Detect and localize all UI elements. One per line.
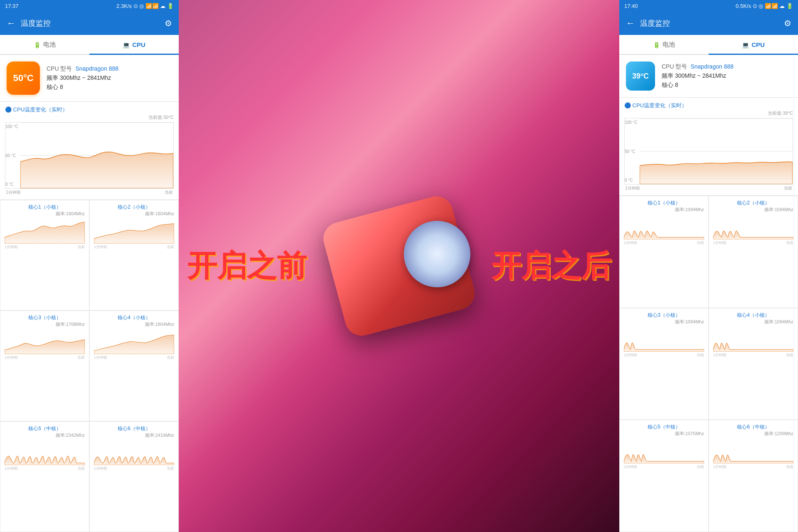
left-settings-button[interactable]: ⚙: [165, 18, 172, 28]
left-core-3: 核心3（小核） 频率:1708Mhz 1分钟前 当前: [0, 310, 89, 421]
right-core6-x-labels: 1分钟前 当前: [713, 464, 793, 470]
right-app-title: 温度监控: [640, 18, 670, 28]
left-chart-title-text: 🔵 CPU温度变化（实时）: [5, 106, 68, 113]
left-core-5: 核心5（中核） 频率:2342Mhz 1分钟前 当前: [0, 421, 89, 532]
device-body: [320, 192, 478, 339]
left-x-label-start: 1分钟前: [6, 190, 21, 195]
right-core6-freq: 频率:1209Mhz: [713, 431, 793, 437]
left-status-time: 17:37: [5, 3, 19, 9]
right-core2-chart: [713, 214, 793, 239]
left-core5-x-labels: 1分钟前 当前: [5, 466, 85, 471]
right-core3-x-labels: 1分钟前 当前: [624, 352, 704, 358]
left-y-label-100: 100 °C: [5, 124, 20, 129]
right-core4-title: 核心4（小核）: [713, 312, 793, 319]
middle-section: 开启之前 开启之后: [179, 0, 619, 532]
left-cpu-model-row: CPU 型号 Snapdragon 888: [47, 65, 118, 73]
right-y-label-50: 50 °C: [625, 149, 640, 154]
right-core3-title: 核心3（小核）: [624, 312, 704, 319]
right-core5-chart: [624, 438, 704, 463]
left-cpu-chart-section: 🔵 CPU温度变化（实时） 当前值:50°C 100 °C 50 °C 0 °C: [0, 102, 179, 200]
left-core2-title: 核心2（小核）: [94, 204, 174, 211]
right-cpu-info-card: 39°C CPU 型号 Snapdragon 888 频率 300Mhz ~ 2…: [619, 55, 798, 98]
left-chart-y-labels: 100 °C 50 °C 0 °C: [5, 123, 20, 188]
left-tab-battery[interactable]: 🔋 电池: [0, 36, 89, 55]
left-cpu-freq: 频率 300Mhz ~ 2841Mhz: [47, 74, 118, 82]
right-cpu-freq-label: 频率: [662, 72, 675, 79]
left-cpu-tab-icon: 💻: [123, 42, 130, 48]
left-phone-panel: 17:37 2.3K/s ⊙ ◎ 📶📶 ☁ 🔋 ← 温度监控 ⚙ 🔋 电池 💻 …: [0, 0, 179, 532]
right-x-label-start: 1分钟前: [625, 185, 640, 191]
left-core2-x-labels: 1分钟前 当前: [94, 244, 174, 250]
left-core-4: 核心4（小核） 频率:1804Mhz 1分钟前 当前: [89, 310, 179, 421]
right-chart-inner: [640, 118, 793, 184]
left-core1-x-labels: 1分钟前 当前: [5, 244, 85, 250]
left-core3-x-labels: 1分钟前 当前: [5, 355, 85, 360]
left-core1-chart: [5, 219, 85, 244]
left-status-network: 2.3K/s ⊙ ◎ 📶📶 ☁ 🔋: [116, 3, 174, 9]
left-core4-title: 核心4（小核）: [94, 314, 174, 321]
right-x-label-end: 当前: [784, 185, 792, 191]
right-cpu-freq-value: 300Mhz ~ 2841Mhz: [675, 72, 726, 79]
right-chart-y-labels: 100 °C 50 °C 0 °C: [625, 118, 640, 184]
right-core6-title: 核心6（中核）: [713, 424, 793, 431]
right-status-bar: 17:40 0.5K/s ⊙ ◎ 📶📶 ☁ 🔋: [619, 0, 798, 12]
right-tab-battery[interactable]: 🔋 电池: [619, 36, 709, 55]
right-tab-bar: 🔋 电池 💻 CPU: [619, 35, 798, 55]
right-core4-freq: 频率:1094Mhz: [713, 319, 793, 325]
right-battery-tab-label: 电池: [663, 41, 675, 49]
right-core1-chart: [624, 214, 704, 239]
left-battery-tab-label: 电池: [43, 41, 56, 49]
right-core6-chart: [713, 438, 793, 463]
right-tab-cpu[interactable]: 💻 CPU: [709, 36, 798, 55]
left-battery-tab-icon: 🔋: [34, 42, 41, 48]
left-core-6: 核心6（中核） 频率:2419Mhz 1分钟前 当前: [89, 421, 179, 532]
left-core2-chart: [94, 219, 174, 244]
right-settings-button[interactable]: ⚙: [784, 18, 791, 28]
right-battery-tab-icon: 🔋: [653, 42, 660, 48]
right-phone-panel: 17:40 0.5K/s ⊙ ◎ 📶📶 ☁ 🔋 ← 温度监控 ⚙ 🔋 电池 💻 …: [619, 0, 798, 532]
after-overlay-text: 开启之后: [483, 246, 619, 286]
left-y-label-50: 50 °C: [5, 153, 20, 158]
right-core3-chart: [624, 327, 704, 352]
left-core4-freq: 频率:1804Mhz: [94, 321, 174, 328]
left-core2-freq: 频率:1804Mhz: [94, 211, 174, 217]
right-core-3: 核心3（小核） 频率:1094Mhz 1分钟前 当前: [619, 308, 709, 420]
right-core2-title: 核心2（小核）: [713, 200, 793, 207]
right-cpu-core-label: 核心: [662, 81, 675, 88]
left-cpu-details: CPU 型号 Snapdragon 888 频率 300Mhz ~ 2841Mh…: [47, 65, 118, 91]
right-cpu-details: CPU 型号 Snapdragon 888 频率 300Mhz ~ 2841Mh…: [662, 63, 734, 89]
left-chart-inner: [20, 123, 173, 188]
left-app-title: 温度监控: [21, 18, 51, 28]
left-x-label-end: 当前: [165, 190, 173, 195]
right-core4-x-labels: 1分钟前 当前: [713, 352, 793, 358]
right-core3-freq: 频率:1094Mhz: [624, 319, 704, 325]
right-core-5: 核心5（中核） 频率:1075Mhz 1分钟前 当前: [619, 420, 709, 532]
right-cpu-core: 核心 8: [662, 81, 734, 89]
right-core1-title: 核心1（小核）: [624, 200, 704, 207]
right-core1-x-labels: 1分钟前 当前: [624, 240, 704, 246]
left-tab-cpu[interactable]: 💻 CPU: [89, 36, 179, 55]
left-cpu-temp-icon: 50°C: [7, 62, 40, 95]
left-app-bar-left: ← 温度监控: [7, 18, 51, 29]
left-core-1: 核心1（小核） 频率:1804Mhz 1分钟前 当前: [0, 200, 89, 310]
left-cpu-core: 核心 8: [47, 84, 118, 91]
left-cpu-model-value: Snapdragon 888: [75, 65, 118, 73]
right-core5-title: 核心5（中核）: [624, 424, 704, 431]
right-cpu-tab-icon: 💻: [742, 42, 749, 48]
device-fan: [397, 213, 478, 295]
left-status-bar: 17:37 2.3K/s ⊙ ◎ 📶📶 ☁ 🔋: [0, 0, 179, 12]
left-core1-title: 核心1（小核）: [5, 204, 85, 211]
left-chart-x-labels: 1分钟前 当前: [5, 190, 174, 195]
left-core3-title: 核心3（小核）: [5, 314, 85, 321]
right-chart-svg: [640, 118, 793, 184]
right-cpu-temperature: 39°C: [632, 72, 649, 81]
left-back-button[interactable]: ←: [7, 18, 16, 29]
right-core-6: 核心6（中核） 频率:1209Mhz 1分钟前 当前: [709, 420, 798, 532]
right-core-2: 核心2（小核） 频率:1094Mhz 1分钟前 当前: [709, 196, 798, 308]
right-y-label-0: 0 °C: [625, 178, 640, 182]
left-core6-title: 核心6（中核）: [94, 425, 174, 432]
left-chart-container: 100 °C 50 °C 0 °C: [5, 122, 174, 189]
right-back-button[interactable]: ←: [626, 18, 635, 29]
left-core6-chart: [94, 440, 174, 465]
right-chart-title-text: 🔵 CPU温度变化（实时）: [624, 102, 687, 109]
